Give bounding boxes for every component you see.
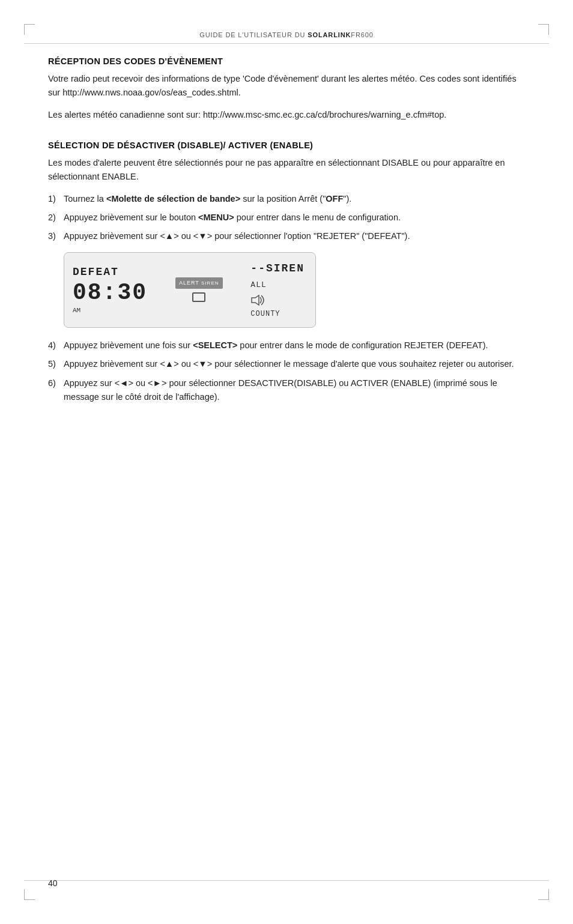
display-middle: ALERT SIREN — [175, 277, 223, 302]
page: GUIDE DE L'UTILISATEUR DU SOLARLINKFR600… — [0, 0, 573, 924]
display-time-text: 08:30 — [73, 282, 147, 304]
list-text-5: Appuyez brièvement sur <▲> ou <▼> pour s… — [61, 357, 525, 371]
off-bold: OFF — [326, 194, 343, 204]
header-rule — [24, 43, 549, 44]
list-item-5: 5) Appuyez brièvement sur <▲> ou <▼> pou… — [48, 357, 525, 371]
corner-decoration-br — [538, 889, 549, 900]
main-content: RÉCEPTION DES CODES D'ÉVÈNEMENT Votre ra… — [0, 44, 573, 458]
speaker-placeholder — [250, 294, 267, 306]
page-header: GUIDE DE L'UTILISATEUR DU SOLARLINKFR600 — [0, 0, 573, 44]
display-left: DEFEAT 08:30 AM — [73, 264, 147, 316]
list-num-6: 6) — [48, 376, 61, 404]
list-item-4: 4) Appuyez brièvement une fois sur <SELE… — [48, 339, 525, 352]
menu-bold: <MENU> — [198, 213, 234, 222]
corner-decoration-tl — [24, 24, 35, 35]
corner-decoration-tr — [538, 24, 549, 35]
list-items-1-3: 1) Tournez la <Molette de sélection de b… — [48, 192, 525, 244]
list-text-4: Appuyez brièvement une fois sur <SELECT>… — [61, 339, 525, 352]
header-prefix: GUIDE DE L'UTILISATEUR DU — [199, 31, 308, 38]
list-num-3: 3) — [48, 229, 61, 243]
display-all-text: ALL — [250, 279, 266, 292]
section-reception-body: Votre radio peut recevoir des informatio… — [48, 72, 525, 122]
list-num-5: 5) — [48, 357, 61, 371]
section-selection: SÉLECTION DE DÉSACTIVER (DISABLE)/ ACTIV… — [48, 140, 525, 404]
display-am-text: AM — [73, 306, 147, 316]
section-selection-body: Les modes d'alerte peuvent être sélectio… — [48, 156, 525, 404]
section-reception-title: RÉCEPTION DES CODES D'ÉVÈNEMENT — [48, 56, 525, 66]
display-siren-text: --SIREN — [250, 260, 305, 277]
list-text-1: Tournez la <Molette de sélection de band… — [61, 192, 525, 206]
list-text-3: Appuyez brièvement sur <▲> ou <▼> pour s… — [61, 229, 525, 243]
list-text-2: Appuyez brièvement sur le bouton <MENU> … — [61, 211, 525, 225]
select-bold: <SELECT> — [193, 340, 237, 350]
svg-marker-0 — [252, 295, 259, 305]
section-selection-title: SÉLECTION DE DÉSACTIVER (DISABLE)/ ACTIV… — [48, 140, 525, 150]
display-right: --SIREN ALL COUNTY — [250, 260, 305, 321]
list-item-3: 3) Appuyez brièvement sur <▲> ou <▼> pou… — [48, 229, 525, 243]
list-item-1: 1) Tournez la <Molette de sélection de b… — [48, 192, 525, 206]
corner-decoration-bl — [24, 889, 35, 900]
display-defeat-text: DEFEAT — [73, 264, 147, 281]
alert-badge: ALERT SIREN — [175, 277, 223, 289]
section-reception: RÉCEPTION DES CODES D'ÉVÈNEMENT Votre ra… — [48, 56, 525, 122]
list-num-4: 4) — [48, 339, 61, 352]
para-2: Les alertes météo canadienne sont sur: h… — [48, 108, 525, 122]
list-item-6: 6) Appuyez sur <◄> ou <►> pour sélection… — [48, 376, 525, 404]
header-model: FR600 — [351, 31, 373, 38]
speaker-icon — [250, 294, 267, 306]
list-text-6: Appuyez sur <◄> ou <►> pour sélectionner… — [61, 376, 525, 404]
para-1: Votre radio peut recevoir des informatio… — [48, 72, 525, 100]
page-footer: 40 — [48, 878, 58, 888]
list-items-4-6: 4) Appuyez brièvement une fois sur <SELE… — [48, 339, 525, 404]
footer-rule — [24, 880, 549, 881]
list-num-2: 2) — [48, 211, 61, 225]
display-county-text: COUNTY — [250, 309, 280, 320]
list-item-2: 2) Appuyez brièvement sur le bouton <MEN… — [48, 211, 525, 225]
section-intro: Les modes d'alerte peuvent être sélectio… — [48, 156, 525, 184]
siren-small: SIREN — [201, 280, 219, 286]
header-brand: SOLARLINK — [308, 31, 351, 38]
molette-bold: <Molette de sélection de bande> — [106, 194, 240, 204]
tv-icon — [192, 292, 205, 302]
page-number: 40 — [48, 878, 58, 888]
display-image: DEFEAT 08:30 AM ALERT SIREN --SIREN ALL — [64, 252, 316, 328]
list-num-1: 1) — [48, 192, 61, 206]
